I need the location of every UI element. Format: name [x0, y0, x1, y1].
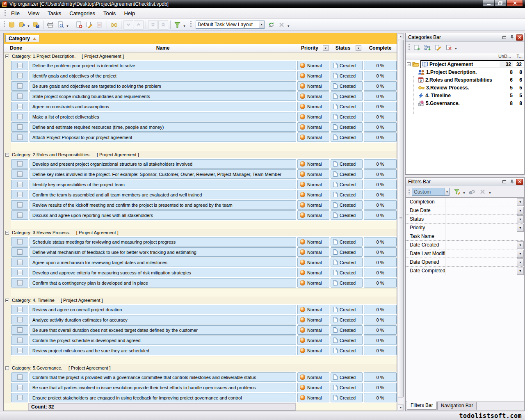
- category-header-row[interactable]: Category: 4. Timeline [ Project Agreemen…: [4, 297, 397, 304]
- edit-task-icon[interactable]: [84, 20, 94, 30]
- task-name-cell[interactable]: Agree on constraints and assumptions: [30, 102, 296, 111]
- task-complete-cell[interactable]: 0 %: [364, 372, 397, 382]
- task-complete-cell[interactable]: 0 %: [364, 112, 397, 121]
- apply-filter-dropdown-icon[interactable]: ▼: [463, 192, 466, 194]
- task-status-cell[interactable]: Created: [331, 383, 363, 392]
- task-row[interactable]: Be sure that overall duration does not e…: [4, 325, 397, 335]
- task-priority-cell[interactable]: Normal: [297, 210, 329, 220]
- task-complete-cell[interactable]: 0 %: [364, 336, 397, 345]
- task-priority-cell[interactable]: Normal: [297, 190, 329, 199]
- close-button[interactable]: [507, 0, 523, 7]
- task-status-cell[interactable]: Created: [331, 237, 363, 247]
- task-status-cell[interactable]: Created: [331, 159, 363, 169]
- collapse-category-icon[interactable]: [5, 299, 9, 302]
- task-status-cell[interactable]: Created: [331, 169, 363, 179]
- task-row[interactable]: Attach Project Proposal to your project …: [4, 132, 397, 142]
- task-status-cell[interactable]: Created: [331, 61, 363, 70]
- task-priority-cell[interactable]: Normal: [297, 268, 329, 277]
- task-done-checkbox[interactable]: [17, 192, 23, 197]
- filter-icon[interactable]: [173, 20, 183, 30]
- filter-dropdown-icon[interactable]: ▼: [517, 267, 524, 275]
- column-header-name[interactable]: Name: [28, 45, 297, 51]
- move-down-icon[interactable]: [123, 20, 133, 30]
- filter-field-value[interactable]: [445, 267, 517, 275]
- add-subcategory-icon[interactable]: [422, 43, 432, 52]
- task-priority-cell[interactable]: Normal: [297, 200, 329, 210]
- task-done-checkbox[interactable]: [17, 182, 23, 187]
- column-header-complete[interactable]: Complete: [364, 45, 397, 51]
- task-row[interactable]: Identify goals and objectives of the pro…: [4, 71, 397, 80]
- task-name-cell[interactable]: Discuss and agree upon reporting rules w…: [30, 210, 296, 220]
- vertical-scrollbar[interactable]: ▲ ▼: [397, 33, 404, 411]
- task-done-checkbox[interactable]: [17, 239, 23, 244]
- task-name-cell[interactable]: Agree upon a mechanism for reviewing tar…: [30, 258, 296, 267]
- task-name-cell[interactable]: Ensure project stakeholders are engaged …: [30, 393, 296, 402]
- task-complete-cell[interactable]: 0 %: [364, 305, 397, 314]
- task-complete-cell[interactable]: 0 %: [364, 237, 397, 247]
- tree-category-row[interactable]: 3.Review Process. 5 5: [406, 84, 524, 91]
- task-name-cell[interactable]: Make a list of project deliverables: [30, 112, 296, 121]
- task-status-cell[interactable]: Created: [331, 71, 363, 80]
- task-done-checkbox[interactable]: [17, 94, 23, 99]
- task-done-checkbox[interactable]: [17, 249, 23, 255]
- move-bottom-icon[interactable]: [148, 20, 158, 30]
- task-done-checkbox[interactable]: [17, 395, 23, 400]
- task-name-cell[interactable]: Confirm that the project is provided wit…: [30, 372, 296, 382]
- filter-field-value[interactable]: [445, 215, 517, 223]
- task-name-cell[interactable]: Define key roles involved in the project…: [30, 169, 296, 179]
- task-done-checkbox[interactable]: [17, 83, 23, 89]
- task-complete-cell[interactable]: 0 %: [364, 169, 397, 179]
- tree-category-row[interactable]: 1.Project Description. 8 8: [406, 68, 524, 76]
- filter-field-value[interactable]: [445, 258, 517, 266]
- category-header-row[interactable]: Category: 1.Project Description. [ Proje…: [4, 52, 397, 60]
- print-icon[interactable]: [46, 20, 55, 30]
- filter-dropdown-icon[interactable]: ▼: [517, 215, 524, 223]
- new-task-icon[interactable]: [74, 20, 84, 30]
- task-row[interactable]: Ensure project stakeholders are engaged …: [4, 393, 397, 402]
- panel-restore-icon[interactable]: [500, 179, 508, 185]
- task-name-cell[interactable]: Confirm that a contingency plan is devel…: [30, 278, 296, 288]
- task-complete-cell[interactable]: 0 %: [364, 393, 397, 402]
- task-row[interactable]: Define the problem your project is inten…: [4, 61, 397, 70]
- task-name-cell[interactable]: Review project milestones and be sure th…: [30, 346, 296, 355]
- panel-close-icon[interactable]: [516, 179, 523, 185]
- task-done-checkbox[interactable]: [17, 327, 23, 333]
- task-name-cell[interactable]: State project scope including boundaries…: [30, 91, 296, 101]
- task-name-cell[interactable]: Review and agree on overall project dura…: [30, 305, 296, 314]
- save-database-icon[interactable]: [31, 20, 41, 30]
- tree-column-total[interactable]: T...: [513, 53, 524, 60]
- task-done-checkbox[interactable]: [17, 63, 23, 68]
- filter-dropdown-icon[interactable]: ▼: [517, 207, 524, 215]
- task-priority-cell[interactable]: Normal: [297, 237, 329, 247]
- task-name-cell[interactable]: Develop and present project organization…: [30, 159, 296, 169]
- task-name-cell[interactable]: Identify goals and objectives of the pro…: [30, 71, 296, 80]
- filter-dropdown-icon[interactable]: ▼: [183, 25, 186, 27]
- task-status-cell[interactable]: Created: [331, 258, 363, 267]
- menu-item-file[interactable]: File: [7, 9, 24, 18]
- task-complete-cell[interactable]: 0 %: [364, 102, 397, 111]
- filters-toolbar-overflow-icon[interactable]: ▼: [488, 192, 491, 194]
- category-header-row[interactable]: Category: 5.Governance. [ Project Agreem…: [4, 364, 397, 372]
- task-name-cell[interactable]: Confirm the team is assembled and all te…: [30, 190, 296, 199]
- filter-dropdown-icon[interactable]: ▼: [517, 198, 524, 206]
- task-priority-cell[interactable]: Normal: [297, 91, 329, 101]
- task-done-checkbox[interactable]: [17, 114, 23, 119]
- task-done-checkbox[interactable]: [17, 104, 23, 109]
- task-done-checkbox[interactable]: [17, 202, 23, 208]
- task-row[interactable]: Define what mechanism of feedback to use…: [4, 247, 397, 257]
- task-row[interactable]: Review project milestones and be sure th…: [4, 346, 397, 355]
- task-done-checkbox[interactable]: [17, 73, 23, 78]
- task-complete-cell[interactable]: 0 %: [364, 258, 397, 267]
- task-complete-cell[interactable]: 0 %: [364, 247, 397, 257]
- panel-pin-icon[interactable]: [508, 34, 516, 41]
- filter-dropdown-icon[interactable]: ▼: [517, 258, 524, 266]
- scroll-up-icon[interactable]: ▲: [398, 33, 404, 39]
- menu-item-categories[interactable]: Categories: [65, 9, 99, 18]
- print-dropdown-icon[interactable]: ▼: [66, 25, 69, 27]
- collapse-category-icon[interactable]: [5, 231, 9, 235]
- task-priority-cell[interactable]: Normal: [297, 315, 329, 324]
- task-name-cell[interactable]: Be sure that overall duration does not e…: [30, 325, 296, 335]
- task-status-cell[interactable]: Created: [331, 305, 363, 314]
- task-status-cell[interactable]: Created: [331, 210, 363, 220]
- add-category-icon[interactable]: [412, 43, 422, 52]
